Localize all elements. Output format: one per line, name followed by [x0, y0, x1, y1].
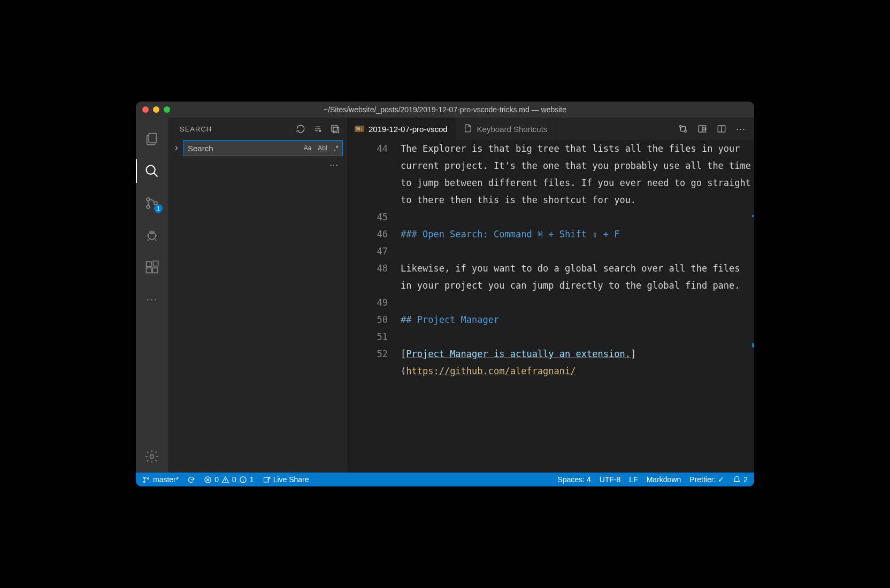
search-sidebar: SEARCH Aa Abl .* — [168, 118, 347, 473]
markdown-icon: M↓ — [355, 126, 364, 132]
code-line[interactable]: 50## Project Manager — [347, 311, 754, 328]
match-word-icon[interactable]: Abl — [316, 143, 328, 153]
sync-icon[interactable] — [187, 476, 195, 484]
refresh-icon[interactable] — [296, 124, 305, 134]
language-mode[interactable]: Markdown — [647, 475, 681, 484]
search-input[interactable] — [188, 144, 302, 153]
split-editor-icon[interactable] — [717, 124, 726, 134]
source-control-icon[interactable]: 1 — [136, 187, 168, 219]
code-line[interactable]: 44The Explorer is that big tree that lis… — [347, 140, 754, 208]
clear-results-icon[interactable] — [313, 124, 323, 134]
svg-point-1 — [147, 166, 155, 174]
minimize-window-button[interactable] — [153, 106, 159, 113]
eol[interactable]: LF — [629, 475, 638, 484]
extensions-icon[interactable] — [136, 251, 168, 283]
search-row: Aa Abl .* — [168, 140, 347, 156]
scm-badge: 1 — [154, 204, 163, 213]
line-number: 50 — [347, 311, 401, 328]
traffic-lights — [136, 106, 170, 113]
minimap-marker — [752, 215, 754, 217]
debug-icon[interactable] — [136, 219, 168, 251]
encoding[interactable]: UTF-8 — [600, 475, 621, 484]
sidebar-title: SEARCH — [180, 125, 212, 133]
search-icon[interactable] — [136, 155, 168, 187]
line-number: 49 — [347, 294, 401, 311]
search-input-container: Aa Abl .* — [183, 140, 343, 156]
svg-rect-7 — [147, 262, 151, 267]
line-number: 44 — [347, 140, 401, 208]
svg-point-26 — [144, 477, 145, 478]
main-body: 1 ··· SEARCH — [136, 118, 754, 473]
line-content — [401, 294, 754, 311]
tabs-row: M↓ 2019-12-07-pro-vscod Keyboard Shortcu… — [347, 118, 754, 140]
line-content: The Explorer is that big tree that lists… — [401, 140, 754, 208]
window-title: ~/Sites/website/_posts/2019/2019-12-07-p… — [136, 105, 754, 114]
code-line[interactable]: 49 — [347, 294, 754, 311]
minimap-marker — [752, 343, 754, 347]
svg-point-11 — [150, 455, 154, 459]
line-number: 46 — [347, 226, 401, 243]
svg-point-27 — [144, 481, 145, 483]
line-number: 48 — [347, 260, 401, 294]
prettier-status[interactable]: Prettier: ✓ — [689, 475, 724, 484]
file-icon — [463, 123, 473, 135]
window: ~/Sites/website/_posts/2019/2019-12-07-p… — [136, 102, 754, 486]
code-line[interactable]: 52[Project Manager is actually an extens… — [347, 345, 754, 380]
editor-content[interactable]: 44The Explorer is that big tree that lis… — [347, 140, 754, 473]
settings-gear-icon[interactable] — [136, 440, 168, 473]
line-content — [401, 208, 754, 226]
tab-keyboard-shortcuts[interactable]: Keyboard Shortcuts — [456, 118, 556, 140]
use-regex-icon[interactable]: .* — [332, 143, 340, 153]
svg-point-4 — [147, 205, 150, 208]
toggle-search-details-icon[interactable]: ··· — [168, 156, 347, 170]
svg-rect-9 — [152, 268, 157, 273]
maximize-window-button[interactable] — [164, 106, 170, 113]
problems[interactable]: 0 0 1 — [204, 475, 254, 484]
indentation[interactable]: Spaces: 4 — [557, 475, 590, 484]
line-number: 45 — [347, 208, 401, 226]
code-line[interactable]: 46### Open Search: Command ⌘ + Shift ⇧ +… — [347, 226, 754, 243]
code-line[interactable]: 47 — [347, 243, 754, 260]
sidebar-header: SEARCH — [168, 118, 347, 140]
svg-point-20 — [685, 130, 687, 133]
code-line[interactable]: 45 — [347, 208, 754, 226]
tab-markdown-file[interactable]: M↓ 2019-12-07-pro-vscod — [347, 118, 456, 140]
explorer-icon[interactable] — [136, 123, 168, 155]
line-content: Likewise, if you want to do a global sea… — [401, 260, 754, 294]
editor-area: M↓ 2019-12-07-pro-vscod Keyboard Shortcu… — [347, 118, 754, 473]
code-line[interactable]: 48Likewise, if you want to do a global s… — [347, 260, 754, 294]
close-window-button[interactable] — [142, 106, 149, 113]
compare-changes-icon[interactable] — [678, 124, 688, 134]
svg-point-23 — [703, 128, 705, 130]
code-line[interactable]: 51 — [347, 328, 754, 345]
statusbar: master* 0 0 1 Live Share Spaces: 4 UTF-8… — [136, 473, 754, 486]
toggle-replace-icon[interactable] — [171, 140, 182, 156]
line-number: 47 — [347, 243, 401, 260]
svg-point-19 — [680, 126, 682, 128]
editor-more-icon[interactable]: ··· — [736, 123, 746, 135]
line-number: 51 — [347, 328, 401, 345]
activity-bar: 1 ··· — [136, 118, 168, 473]
notifications[interactable]: 2 — [733, 475, 748, 484]
open-preview-icon[interactable] — [697, 124, 707, 134]
git-branch[interactable]: master* — [142, 475, 179, 484]
svg-rect-18 — [333, 127, 339, 133]
line-number: 52 — [347, 345, 401, 380]
line-content: [Project Manager is actually an extensio… — [401, 345, 754, 380]
line-content — [401, 328, 754, 345]
line-content — [401, 243, 754, 260]
more-icon[interactable]: ··· — [136, 283, 168, 315]
line-content: ## Project Manager — [401, 311, 754, 328]
collapse-icon[interactable] — [330, 124, 340, 134]
svg-rect-17 — [332, 126, 337, 131]
match-case-icon[interactable]: Aa — [302, 143, 313, 153]
svg-rect-10 — [153, 261, 158, 266]
svg-point-3 — [147, 198, 150, 201]
titlebar: ~/Sites/website/_posts/2019/2019-12-07-p… — [136, 102, 754, 118]
svg-rect-8 — [147, 268, 151, 273]
line-content: ### Open Search: Command ⌘ + Shift ⇧ + F — [401, 226, 754, 243]
svg-rect-0 — [149, 134, 156, 143]
live-share[interactable]: Live Share — [263, 475, 309, 484]
editor-actions: ··· — [670, 118, 754, 140]
svg-line-2 — [154, 173, 158, 177]
